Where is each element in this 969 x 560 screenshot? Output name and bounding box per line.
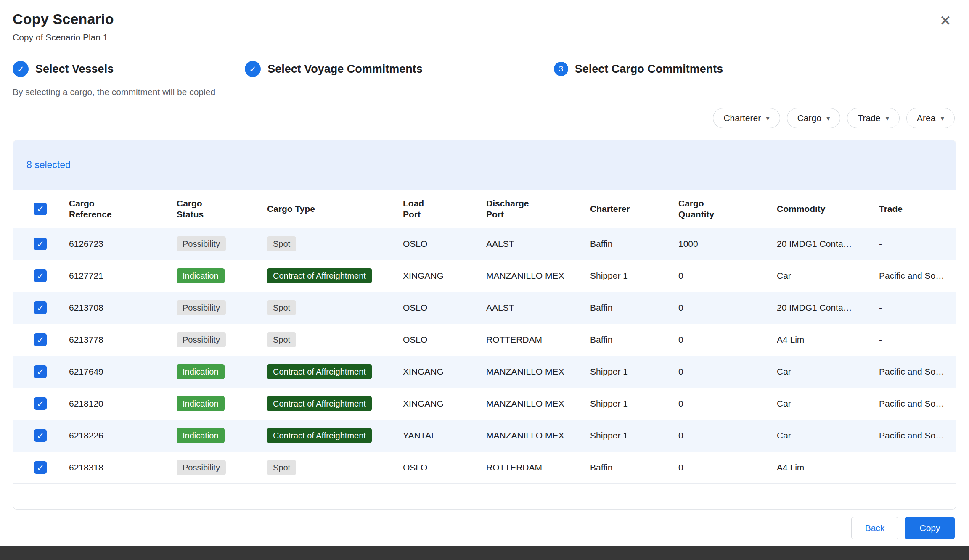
page-title: Copy Scenario [13,11,114,27]
cell-trade: Pacific and So… [879,388,956,420]
table-row[interactable]: ✓ 6218318 Possibility Spot OSLO ROTTERDA… [13,452,956,483]
step3-label: Select Cargo Commitments [575,63,723,76]
row-checkbox[interactable]: ✓ [34,269,47,282]
cell-cargo-type: Spot [267,228,403,260]
selected-count: 8 selected [26,159,71,171]
cell-cargo-reference: 6217649 [69,356,177,388]
row-checkbox[interactable]: ✓ [34,461,47,474]
cell-cargo-type: Contract of Affreightment [267,420,403,452]
col-header-charterer: Charterer [590,190,678,228]
background-app-strip [0,546,969,560]
table-row[interactable]: ✓ 6213778 Possibility Spot OSLO ROTTERDA… [13,324,956,356]
cell-cargo-type: Spot [267,452,403,483]
row-checkbox[interactable]: ✓ [34,333,47,346]
table-row[interactable]: ✓ 6126723 Possibility Spot OSLO AALST Ba… [13,228,956,260]
cell-cargo-reference: 6218226 [69,420,177,452]
row-checkbox[interactable]: ✓ [34,301,47,314]
check-icon: ✓ [37,304,44,312]
copy-scenario-dialog: Copy Scenario Copy of Scenario Plan 1 ✕ … [0,0,969,560]
cargo-commitments-table: ✓ Cargo Reference Cargo Status Cargo Typ… [13,190,956,484]
row-checkbox[interactable]: ✓ [34,429,47,442]
cell-cargo-quantity: 0 [678,452,777,483]
cell-cargo-type: Spot [267,324,403,356]
cell-cargo-quantity: 1000 [678,228,777,260]
table-row[interactable]: ✓ 6218120 Indication Contract of Affreig… [13,388,956,420]
cell-trade: - [879,452,956,483]
check-icon: ✓ [17,65,24,74]
cell-discharge-port: ROTTERDAM [486,324,590,356]
row-checkbox[interactable]: ✓ [34,238,47,250]
cargo-type-badge: Contract of Affreightment [267,396,372,411]
col-header-cargo-status: Cargo Status [177,190,267,228]
col-header-cargo-quantity: Cargo Quantity [678,190,777,228]
cell-charterer: Shipper 1 [590,356,678,388]
cell-discharge-port: AALST [486,292,590,324]
cell-cargo-reference: 6213778 [69,324,177,356]
check-icon: ✓ [37,367,44,376]
cell-load-port: XINGANG [403,260,486,292]
filter-area-label: Area [917,113,935,123]
cargo-type-badge: Spot [267,236,296,251]
filter-area-dropdown[interactable]: Area ▾ [906,108,955,128]
cell-commodity: 20 IMDG1 Conta… [777,292,879,324]
cell-trade: Pacific and So… [879,356,956,388]
cell-cargo-reference: 6126723 [69,228,177,260]
close-icon[interactable]: ✕ [937,11,954,30]
select-all-checkbox[interactable]: ✓ [34,203,47,215]
filter-cargo-label: Cargo [797,113,821,123]
chevron-down-icon: ▾ [826,115,830,122]
back-button[interactable]: Back [851,517,898,539]
dialog-title-block: Copy Scenario Copy of Scenario Plan 1 [13,11,114,42]
cell-cargo-status: Indication [177,356,267,388]
step-connector [124,69,234,69]
table-body: ✓ 6126723 Possibility Spot OSLO AALST Ba… [13,228,956,483]
cell-cargo-status: Indication [177,260,267,292]
cargo-type-badge: Spot [267,460,296,475]
filter-trade-dropdown[interactable]: Trade ▾ [847,108,900,128]
step-select-cargo-commitments[interactable]: 3 Select Cargo Commitments [554,62,723,76]
row-checkbox[interactable]: ✓ [34,365,47,378]
cell-load-port: OSLO [403,324,486,356]
helper-text: By selecting a cargo, the commitment wil… [13,87,956,97]
cell-commodity: A4 Lim [777,324,879,356]
step3-number: 3 [559,64,563,74]
cell-commodity: Car [777,356,879,388]
cargo-commitments-table-card: 8 selected ✓ Cargo Reference Cargo Statu… [13,140,956,510]
cargo-type-badge: Contract of Affreightment [267,364,372,379]
cell-trade: - [879,324,956,356]
table-row[interactable]: ✓ 6217649 Indication Contract of Affreig… [13,356,956,388]
cell-cargo-type: Contract of Affreightment [267,260,403,292]
cell-cargo-status: Indication [177,388,267,420]
cell-discharge-port: AALST [486,228,590,260]
row-checkbox[interactable]: ✓ [34,397,47,410]
cell-cargo-type: Spot [267,292,403,324]
cell-charterer: Shipper 1 [590,260,678,292]
filter-charterer-label: Charterer [723,113,761,123]
status-badge: Indication [177,428,225,443]
col-header-trade: Trade [879,190,956,228]
copy-button[interactable]: Copy [905,517,955,539]
cell-cargo-type: Contract of Affreightment [267,356,403,388]
dialog-header: Copy Scenario Copy of Scenario Plan 1 ✕ [0,0,969,42]
cell-charterer: Shipper 1 [590,420,678,452]
cell-cargo-quantity: 0 [678,356,777,388]
cell-charterer: Baffin [590,292,678,324]
cell-cargo-reference: 6218318 [69,452,177,483]
status-badge: Indication [177,268,225,283]
table-row[interactable]: ✓ 6213708 Possibility Spot OSLO AALST Ba… [13,292,956,324]
step-select-voyage-commitments[interactable]: ✓ Select Voyage Commitments [245,61,423,77]
status-badge: Possibility [177,300,226,315]
cell-trade: - [879,228,956,260]
status-badge: Possibility [177,460,226,475]
step1-complete-circle: ✓ [13,61,29,77]
table-row[interactable]: ✓ 6218226 Indication Contract of Affreig… [13,420,956,452]
cell-discharge-port: ROTTERDAM [486,452,590,483]
step-select-vessels[interactable]: ✓ Select Vessels [13,61,114,77]
cell-cargo-status: Possibility [177,228,267,260]
check-icon: ✓ [37,204,44,213]
table-row[interactable]: ✓ 6127721 Indication Contract of Affreig… [13,260,956,292]
step2-label: Select Voyage Commitments [267,63,423,76]
filter-cargo-dropdown[interactable]: Cargo ▾ [787,108,841,128]
col-header-commodity: Commodity [777,190,879,228]
filter-charterer-dropdown[interactable]: Charterer ▾ [713,108,780,128]
